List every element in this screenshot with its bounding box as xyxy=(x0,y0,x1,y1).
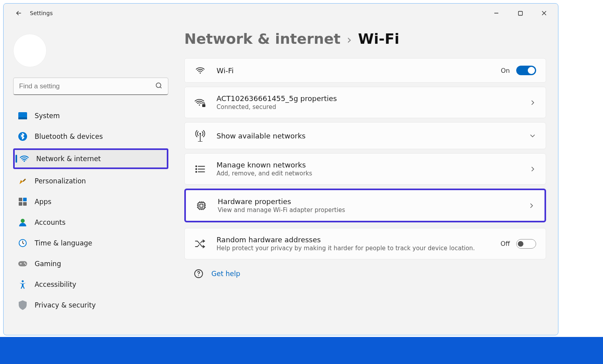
card-title: ACT102636661455_5g properties xyxy=(217,94,519,103)
breadcrumb: Network & internet › Wi-Fi xyxy=(184,31,546,47)
sidebar-item-label: Privacy & security xyxy=(35,301,96,309)
card-wifi-toggle[interactable]: Wi-Fi On xyxy=(184,58,546,83)
card-subtitle: View and manage Wi-Fi adapter properties xyxy=(218,206,517,214)
sidebar-item-gaming[interactable]: Gaming xyxy=(13,255,168,273)
svg-rect-0 xyxy=(518,11,522,15)
sidebar-item-label: Bluetooth & devices xyxy=(35,132,103,140)
card-subtitle: Connected, secured xyxy=(217,103,519,111)
svg-point-16 xyxy=(22,280,24,282)
card-subtitle: Help protect your privacy by making it h… xyxy=(217,245,490,252)
card-hardware-properties[interactable]: Hardware properties View and manage Wi-F… xyxy=(184,189,546,222)
close-button[interactable] xyxy=(533,5,556,21)
help-icon xyxy=(194,269,203,278)
svg-rect-6 xyxy=(19,198,22,201)
sidebar-item-time-language[interactable]: Time & language xyxy=(13,234,168,252)
sidebar-item-bluetooth[interactable]: Bluetooth & devices xyxy=(13,128,168,145)
privacy-icon xyxy=(18,300,27,310)
system-icon xyxy=(18,111,27,121)
svg-point-22 xyxy=(196,168,197,169)
wifi-lock-icon xyxy=(194,97,206,108)
chevron-right-icon xyxy=(529,165,536,173)
sidebar-item-accounts[interactable]: Accounts xyxy=(13,214,168,231)
svg-point-5 xyxy=(23,160,25,162)
maximize-button[interactable] xyxy=(509,5,532,21)
main-panel: Network & internet › Wi-Fi Wi-Fi On xyxy=(172,23,558,335)
apps-icon xyxy=(18,197,27,206)
sidebar-item-label: Time & language xyxy=(35,239,92,247)
titlebar: Settings xyxy=(4,4,558,23)
card-subtitle: Add, remove, and edit networks xyxy=(217,170,519,177)
sidebar-item-label: System xyxy=(35,112,60,120)
card-title: Random hardware addresses xyxy=(217,236,490,244)
close-icon xyxy=(541,10,547,16)
sidebar-item-privacy[interactable]: Privacy & security xyxy=(13,296,168,314)
svg-rect-8 xyxy=(19,202,22,206)
svg-rect-19 xyxy=(202,104,205,107)
sidebar-item-apps[interactable]: Apps xyxy=(13,193,168,210)
toggle-state-label: Off xyxy=(500,240,510,247)
sidebar-item-personalization[interactable]: Personalization xyxy=(13,172,168,190)
breadcrumb-parent[interactable]: Network & internet xyxy=(184,31,341,47)
card-title: Show available networks xyxy=(217,132,519,140)
breadcrumb-current: Wi-Fi xyxy=(358,31,400,47)
minimize-button[interactable] xyxy=(485,5,508,21)
svg-point-20 xyxy=(199,133,201,134)
bluetooth-icon xyxy=(18,132,27,141)
accessibility-icon xyxy=(18,280,27,289)
nav: System Bluetooth & devices Network & int… xyxy=(13,107,168,314)
shuffle-icon xyxy=(194,239,206,249)
sidebar-item-network[interactable]: Network & internet xyxy=(15,150,167,167)
svg-point-10 xyxy=(21,219,25,223)
wifi-icon xyxy=(194,66,206,75)
card-network-properties[interactable]: ACT102636661455_5g properties Connected,… xyxy=(184,87,546,118)
get-help-link[interactable]: Get help xyxy=(184,263,546,284)
search-input[interactable] xyxy=(13,78,168,95)
svg-point-27 xyxy=(198,275,199,276)
sidebar-item-accessibility[interactable]: Accessibility xyxy=(13,276,168,293)
back-button[interactable] xyxy=(11,5,27,21)
personalization-icon xyxy=(18,176,27,186)
svg-rect-9 xyxy=(23,202,27,206)
card-random-addresses[interactable]: Random hardware addresses Help protect y… xyxy=(184,228,546,259)
minimize-icon xyxy=(494,10,499,16)
sidebar-item-label: Accounts xyxy=(35,218,66,226)
sidebar: System Bluetooth & devices Network & int… xyxy=(4,23,172,335)
sidebar-item-label: Network & internet xyxy=(36,155,101,163)
chevron-right-icon xyxy=(528,202,535,209)
app-title: Settings xyxy=(30,10,53,16)
list-icon xyxy=(194,165,206,173)
card-manage-networks[interactable]: Manage known networks Add, remove, and e… xyxy=(184,153,546,185)
help-label: Get help xyxy=(211,270,240,278)
toggle-state-label: On xyxy=(501,67,510,74)
maximize-icon xyxy=(518,11,523,16)
wifi-toggle[interactable] xyxy=(516,66,536,75)
avatar xyxy=(13,34,47,67)
back-arrow-icon xyxy=(15,10,22,17)
accounts-icon xyxy=(18,218,27,227)
chip-icon xyxy=(195,200,207,211)
sidebar-item-label: Personalization xyxy=(35,177,86,185)
svg-rect-7 xyxy=(23,198,27,201)
card-show-networks[interactable]: Show available networks xyxy=(184,122,546,149)
gaming-icon xyxy=(18,259,27,269)
card-title: Manage known networks xyxy=(217,161,519,169)
card-title: Wi-Fi xyxy=(217,66,490,75)
sidebar-item-label: Accessibility xyxy=(35,280,76,288)
search-wrap xyxy=(13,78,168,95)
svg-point-21 xyxy=(196,165,197,166)
user-block[interactable] xyxy=(13,31,168,70)
search-icon xyxy=(155,82,164,91)
sidebar-item-system[interactable]: System xyxy=(13,107,168,125)
sidebar-item-label: Apps xyxy=(35,198,51,206)
breadcrumb-separator-icon: › xyxy=(347,33,352,47)
svg-point-23 xyxy=(196,171,197,172)
random-addresses-toggle[interactable] xyxy=(516,239,536,249)
chevron-down-icon xyxy=(529,132,536,139)
svg-point-1 xyxy=(156,83,161,88)
time-icon xyxy=(18,238,27,248)
chevron-right-icon xyxy=(529,99,536,106)
svg-point-14 xyxy=(24,263,25,264)
annotation-highlight-sidebar: Network & internet xyxy=(13,148,168,169)
svg-rect-3 xyxy=(18,117,27,119)
svg-point-17 xyxy=(200,72,201,74)
